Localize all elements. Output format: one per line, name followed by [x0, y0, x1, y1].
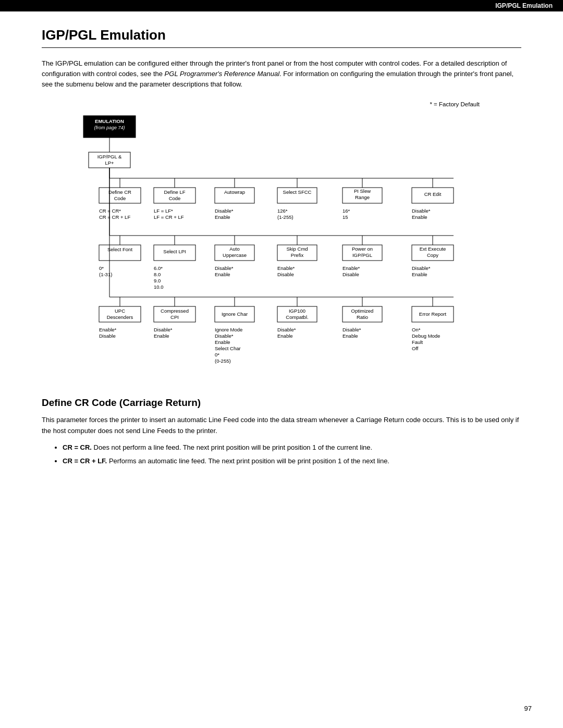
svg-text:10.0: 10.0 — [154, 284, 164, 290]
svg-text:Code: Code — [169, 195, 181, 201]
svg-text:Skip Cmd: Skip Cmd — [286, 246, 308, 252]
svg-text:Compatbl.: Compatbl. — [286, 314, 308, 320]
svg-text:Disable: Disable — [342, 272, 359, 277]
svg-text:Uppercase: Uppercase — [223, 252, 247, 258]
svg-text:Define LF: Define LF — [164, 189, 185, 195]
svg-text:EMULATION: EMULATION — [95, 118, 124, 124]
emulation-diagram: EMULATION (from page 74) IGP/PGL & LP+ D… — [78, 110, 485, 381]
svg-text:Enable: Enable — [412, 272, 427, 277]
svg-text:Disable*: Disable* — [412, 208, 431, 214]
svg-text:Enable: Enable — [215, 339, 230, 345]
diagram-container: * = Factory Default EMULATION (from page… — [78, 101, 485, 381]
header-title: IGP/PGL Emulation — [495, 2, 553, 9]
header-bar: IGP/PGL Emulation — [0, 0, 563, 11]
svg-text:IGP/PGL &: IGP/PGL & — [97, 154, 122, 159]
svg-text:Enable: Enable — [215, 214, 230, 220]
svg-text:0*: 0* — [215, 352, 219, 357]
svg-text:15: 15 — [342, 214, 348, 220]
svg-text:Select Font: Select Font — [107, 246, 132, 252]
svg-text:Disable*: Disable* — [342, 327, 361, 332]
svg-text:Enable: Enable — [412, 214, 427, 220]
svg-text:Optimized: Optimized — [351, 308, 374, 314]
svg-text:Code: Code — [114, 195, 126, 201]
svg-text:CR Edit: CR Edit — [424, 191, 442, 197]
svg-text:16*: 16* — [342, 208, 350, 214]
svg-text:Enable: Enable — [342, 333, 358, 339]
svg-text:Enable*: Enable* — [342, 265, 360, 271]
svg-text:Disable*: Disable* — [215, 265, 234, 271]
svg-text:Ignore Mode: Ignore Mode — [215, 327, 242, 332]
bullet-bold-2: CR = CR + LF. — [63, 457, 107, 465]
svg-text:On*: On* — [412, 327, 421, 332]
svg-text:(from page 74): (from page 74) — [94, 125, 125, 130]
bullet-bold-1: CR = CR. — [63, 443, 92, 451]
svg-text:Disable*: Disable* — [277, 327, 296, 332]
svg-text:Compressed: Compressed — [161, 308, 189, 314]
page-title: IGP/PGL Emulation — [42, 27, 521, 43]
page-number: 97 — [524, 705, 532, 712]
svg-text:9.0: 9.0 — [154, 278, 161, 283]
svg-text:Debug Mode: Debug Mode — [412, 333, 440, 339]
svg-text:Disable*: Disable* — [154, 327, 173, 332]
svg-text:(0-255): (0-255) — [215, 358, 231, 364]
svg-text:0*: 0* — [99, 265, 104, 271]
svg-text:Enable*: Enable* — [99, 327, 117, 332]
svg-text:UPC: UPC — [115, 308, 125, 314]
svg-text:Select Char: Select Char — [215, 346, 241, 351]
svg-text:Enable: Enable — [215, 272, 230, 277]
svg-text:LF = CR + LF: LF = CR + LF — [154, 214, 184, 220]
bullet-list: CR = CR. Does not perform a line feed. T… — [63, 442, 521, 466]
main-content: IGP/PGL Emulation The IGP/PGL emulation … — [0, 11, 563, 501]
svg-text:Descenders: Descenders — [107, 314, 133, 320]
svg-text:Disable: Disable — [99, 333, 116, 339]
intro-paragraph: The IGP/PGL emulation can be configured … — [42, 58, 521, 90]
svg-text:Range: Range — [355, 194, 370, 200]
section-paragraph: This parameter forces the printer to ins… — [42, 415, 521, 436]
svg-text:CR = CR + LF: CR = CR + LF — [99, 214, 130, 220]
svg-text:Enable: Enable — [154, 333, 169, 339]
svg-text:Ratio: Ratio — [357, 314, 368, 320]
svg-text:Select SFCC: Select SFCC — [283, 189, 312, 195]
svg-text:(1-255): (1-255) — [277, 214, 293, 220]
factory-default-label: * = Factory Default — [78, 101, 485, 107]
svg-text:PI Slew: PI Slew — [354, 188, 371, 194]
svg-text:Select LPI: Select LPI — [163, 249, 186, 254]
svg-text:Error Report: Error Report — [419, 311, 447, 317]
svg-text:LP+: LP+ — [105, 160, 114, 166]
svg-text:Ext Execute: Ext Execute — [420, 246, 446, 252]
svg-text:Disable*: Disable* — [412, 265, 431, 271]
svg-text:Disable: Disable — [277, 272, 294, 277]
svg-text:(1-31): (1-31) — [99, 272, 112, 277]
svg-text:6.0*: 6.0* — [154, 265, 163, 271]
svg-text:Prefix: Prefix — [291, 252, 304, 258]
svg-text:Enable: Enable — [277, 333, 293, 339]
title-divider — [42, 47, 521, 48]
svg-text:IGP100: IGP100 — [289, 308, 305, 314]
section-title: Define CR Code (Carriage Return) — [42, 397, 521, 409]
svg-text:Power on: Power on — [352, 246, 373, 252]
svg-text:Define CR: Define CR — [108, 189, 131, 195]
svg-text:CPI: CPI — [170, 314, 179, 320]
svg-text:Off: Off — [412, 346, 419, 351]
svg-text:Auto: Auto — [229, 246, 240, 252]
svg-text:Fault: Fault — [412, 339, 423, 345]
svg-text:8.0: 8.0 — [154, 272, 161, 277]
svg-text:CR = CR*: CR = CR* — [99, 208, 121, 214]
svg-text:IGP/PGL: IGP/PGL — [352, 252, 372, 258]
svg-text:Autowrap: Autowrap — [224, 189, 245, 195]
svg-text:Ignore Char: Ignore Char — [222, 311, 248, 317]
svg-text:Copy: Copy — [427, 252, 438, 258]
list-item: CR = CR. Does not perform a line feed. T… — [63, 442, 521, 453]
bullet-text-2: Performs an automatic line feed. The nex… — [109, 457, 389, 465]
svg-text:Enable*: Enable* — [277, 265, 295, 271]
list-item: CR = CR + LF. Performs an automatic line… — [63, 456, 521, 466]
svg-text:LF = LF*: LF = LF* — [154, 208, 173, 214]
svg-text:Disable*: Disable* — [215, 208, 234, 214]
svg-text:Disable*: Disable* — [215, 333, 234, 339]
svg-text:126*: 126* — [277, 208, 288, 214]
bullet-text-1: Does not perform a line feed. The next p… — [94, 443, 373, 451]
